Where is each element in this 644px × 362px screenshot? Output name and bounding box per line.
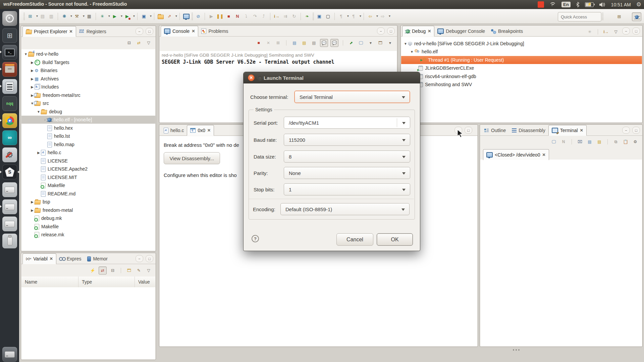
tab-project-explorer[interactable]: Project Explorer ✕ bbox=[22, 26, 76, 37]
run-launch-button[interactable]: ▶ bbox=[111, 12, 119, 20]
show-logical-structure-button[interactable]: ⇄ bbox=[99, 266, 107, 275]
maximize-button[interactable]: □ bbox=[146, 255, 153, 262]
tree-item-archives[interactable]: ▶▦Archives bbox=[21, 75, 155, 83]
close-icon[interactable]: ✕ bbox=[192, 29, 195, 34]
tree-item-freedom-metal-src[interactable]: ▶freedom-metal/src bbox=[21, 91, 155, 99]
debug-process-jlink[interactable]: JLinkGDBServerCLExe bbox=[401, 64, 642, 72]
suspend-button[interactable]: ❚❚ bbox=[216, 12, 224, 20]
build-button[interactable]: ⚒ bbox=[73, 12, 81, 20]
tree-item-makefile[interactable]: Makefile bbox=[21, 181, 155, 189]
tab-console[interactable]: Console ✕ bbox=[161, 26, 198, 37]
back-history-button[interactable]: ⇦ bbox=[366, 12, 374, 20]
close-icon[interactable]: ✕ bbox=[542, 153, 545, 157]
calculator-app-icon[interactable] bbox=[2, 79, 17, 94]
archive-manager-icon[interactable] bbox=[2, 62, 17, 77]
edit-watch-button[interactable]: ✎ bbox=[135, 267, 143, 274]
volume-icon[interactable] bbox=[599, 2, 606, 7]
tree-item-license-apache2[interactable]: LICENSE.Apache2 bbox=[21, 165, 155, 173]
link-with-editor-button[interactable]: ⇄ bbox=[135, 39, 143, 47]
paste-button[interactable]: 📋 bbox=[622, 138, 629, 145]
tree-item-readme[interactable]: README.md bbox=[21, 190, 155, 198]
tab-debug[interactable]: Debug ✕ bbox=[402, 26, 434, 37]
view-menu-button[interactable]: ▽ bbox=[612, 28, 620, 36]
column-type[interactable]: Type bbox=[78, 277, 135, 287]
collapse-all-button[interactable]: ⊟ bbox=[109, 267, 116, 274]
usb-drive-icon[interactable] bbox=[2, 234, 17, 248]
step-into-button[interactable]: ⤵ bbox=[242, 12, 250, 20]
instruction-return-button[interactable]: ↻ bbox=[290, 12, 298, 20]
dash-home-icon[interactable] bbox=[2, 11, 17, 26]
memory-box-button[interactable]: ▢ bbox=[324, 12, 332, 20]
device-bottom-icon[interactable] bbox=[2, 347, 17, 362]
terminate-button[interactable]: ■ bbox=[225, 12, 233, 20]
dialog-maximize-button[interactable]: ▢ bbox=[257, 75, 263, 80]
wifi-icon[interactable] bbox=[549, 2, 556, 7]
column-name[interactable]: Name bbox=[21, 277, 78, 287]
console-dropdown-icon[interactable]: ▾ bbox=[367, 39, 374, 47]
bluetooth-icon[interactable] bbox=[576, 2, 580, 7]
minimize-button[interactable]: − bbox=[136, 255, 143, 262]
workspace-switcher-icon[interactable]: ⊞ bbox=[2, 28, 17, 43]
notepadqq-app-icon[interactable]: nqq bbox=[2, 96, 17, 111]
freedomstudio-app-icon[interactable]: S bbox=[2, 165, 17, 179]
arduino-app-icon[interactable]: ∞ bbox=[2, 130, 17, 145]
record-indicator-icon[interactable] bbox=[538, 1, 544, 8]
pin-alt-button[interactable]: ¶ bbox=[350, 12, 358, 20]
choose-terminal-select[interactable]: Serial Terminal bbox=[294, 91, 410, 103]
forward-history-button[interactable]: ⇨ bbox=[379, 12, 387, 20]
copy-button[interactable]: ⧉ bbox=[612, 138, 620, 145]
column-value[interactable]: Value bbox=[135, 277, 155, 287]
scroll-lock-terminal-button[interactable]: ▤ bbox=[586, 138, 593, 145]
view-disassembly-button[interactable]: View Disassembly... bbox=[164, 152, 220, 164]
tree-item-src[interactable]: ▼src bbox=[21, 99, 155, 107]
disconnect-terminal-button[interactable]: N bbox=[560, 138, 567, 145]
tree-item-makefile-root[interactable]: Makefile bbox=[21, 223, 155, 231]
terminal-content[interactable] bbox=[480, 160, 642, 346]
skip-breakpoints-button[interactable]: ⊘ bbox=[194, 12, 202, 20]
tree-item-binaries[interactable]: ▶⚙Binaries bbox=[21, 66, 155, 74]
tab-problems[interactable]: Problems bbox=[198, 26, 231, 36]
external-tools-button[interactable]: ▶ bbox=[123, 12, 131, 20]
tree-item-hello-elf[interactable]: ›hello.elf - [none/le] bbox=[21, 116, 155, 124]
tree-item-release-mk[interactable]: release.mk bbox=[21, 231, 155, 239]
dialog-close-button[interactable]: ✕ bbox=[248, 74, 255, 81]
resize-grip[interactable] bbox=[513, 349, 520, 351]
collapse-all-button[interactable]: ⊟ bbox=[125, 39, 133, 47]
keyboard-layout-indicator[interactable]: En bbox=[561, 2, 571, 7]
instruction-step-button[interactable]: i→ bbox=[273, 12, 281, 20]
remove-all-launches-button[interactable]: ⊠ bbox=[274, 39, 282, 47]
save-button[interactable]: ▤ bbox=[39, 12, 47, 20]
open-perspective-button[interactable]: ⊞ bbox=[615, 12, 624, 20]
show-stdout-button[interactable]: 💬 bbox=[320, 39, 328, 47]
flash-target-button[interactable]: ❋ bbox=[60, 12, 68, 20]
instruction-stepping-button[interactable]: i→ bbox=[602, 28, 610, 36]
close-icon[interactable]: ✕ bbox=[69, 29, 73, 34]
minimize-button[interactable]: − bbox=[136, 28, 143, 35]
hard-drive-icon[interactable] bbox=[2, 217, 17, 231]
dialog-titlebar[interactable]: ✕ ▢ Launch Terminal bbox=[244, 72, 420, 83]
tab-memory[interactable]: Memor bbox=[84, 254, 111, 264]
step-over-button[interactable]: ↷ bbox=[251, 12, 259, 20]
debug-perspective-button[interactable] bbox=[632, 12, 641, 21]
tree-item-hello-c[interactable]: ▶hello.c bbox=[21, 148, 155, 157]
word-wrap-button[interactable]: ▤ bbox=[310, 39, 318, 47]
debug-launch-button[interactable]: ✳ bbox=[98, 12, 106, 20]
tree-item-bsp[interactable]: ▶bsp bbox=[21, 198, 155, 206]
hard-drive-icon[interactable] bbox=[2, 199, 17, 214]
binary-utils-button[interactable]: ▦ bbox=[85, 12, 93, 20]
debug-process-semihosting[interactable]: Semihosting and SWV bbox=[401, 80, 642, 88]
tab-disassembly[interactable]: Disassembly bbox=[509, 125, 548, 135]
pin-button[interactable]: ¶ bbox=[337, 12, 345, 20]
build-settings-app-icon[interactable]: ⚙ bbox=[2, 147, 17, 162]
open-console-button[interactable] bbox=[182, 12, 190, 20]
maximize-button[interactable]: □ bbox=[632, 27, 640, 35]
tree-item-debug[interactable]: ▼debug bbox=[21, 108, 155, 116]
instruction-over-button[interactable]: ⇉ bbox=[281, 12, 289, 20]
remove-terminated-button[interactable]: ✳ bbox=[586, 28, 593, 36]
view-menu-button[interactable]: ▽ bbox=[145, 39, 152, 47]
open-log-button[interactable]: ⬈ bbox=[347, 39, 355, 47]
tab-hello-c[interactable]: hello.c bbox=[161, 125, 187, 135]
minimize-button[interactable]: − bbox=[377, 27, 385, 35]
pin-dropdown-icon[interactable]: ▾ bbox=[386, 39, 394, 47]
stop-bits-select[interactable]: 1 bbox=[284, 183, 410, 195]
